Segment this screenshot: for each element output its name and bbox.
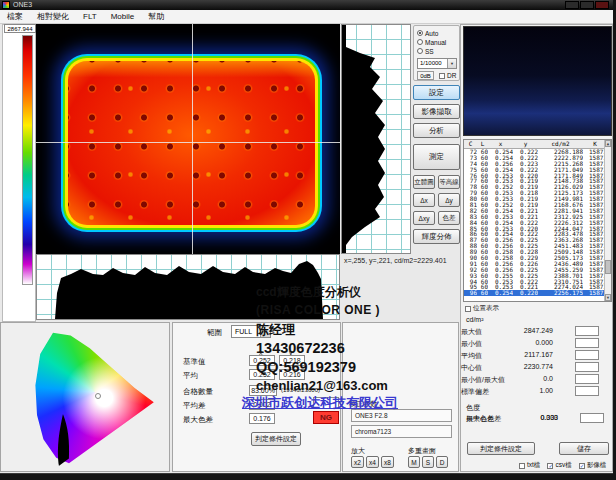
cursor-status-text: x=,255, y=,221, cd/m2=2229.401 bbox=[344, 257, 464, 264]
contact-line: ccd輝度色度分析仪 bbox=[256, 284, 466, 303]
avg-diff-label: 平均差 bbox=[183, 401, 206, 411]
zoom-label: 放大 bbox=[351, 446, 365, 456]
judge-result-box bbox=[575, 338, 599, 348]
scroll-up-icon[interactable]: ▲ bbox=[605, 140, 611, 147]
txt-checkbox[interactable]: txt檔 bbox=[519, 461, 540, 470]
cie-diagram-panel bbox=[0, 322, 170, 472]
menu-item[interactable]: 相對變化 bbox=[30, 10, 76, 23]
maximize-button[interactable] bbox=[580, 1, 594, 9]
menu-item[interactable]: 檔案 bbox=[0, 10, 30, 23]
stat-row: 最大色差0.333 bbox=[466, 414, 610, 427]
radio-ss-dot bbox=[417, 48, 423, 54]
measurement-table: C L x y cd/m2 K 72600.2540.2222268.18815… bbox=[463, 139, 612, 302]
max-diff-label: 最大色差 bbox=[183, 415, 213, 425]
multi-s-button[interactable]: S bbox=[422, 456, 434, 468]
txt-checkbox-box bbox=[519, 463, 525, 469]
radio-manual-dot bbox=[417, 39, 423, 45]
chevron-down-icon: ▼ bbox=[447, 59, 456, 68]
measurement-table-body: 72600.2540.2222268.1881587373600.2540.22… bbox=[464, 149, 611, 296]
scrollbar-thumb[interactable] bbox=[605, 260, 611, 274]
zoom-x2-button[interactable]: x2 bbox=[351, 456, 364, 468]
menu-bar: 檔案相對變化FLTMobile幫助 bbox=[0, 10, 613, 24]
radio-auto-dot bbox=[417, 30, 423, 36]
crosshair-horizontal[interactable] bbox=[36, 142, 340, 143]
chroma-parameter-field[interactable]: chroma7123 bbox=[351, 425, 452, 438]
ref-label: 基準值 bbox=[183, 357, 206, 367]
radio-auto[interactable]: Auto bbox=[417, 29, 438, 37]
delta-xy-button[interactable]: Δxy bbox=[413, 211, 435, 225]
save-format-checkboxes: txt檔 csv檔 影像檔 bbox=[519, 461, 606, 470]
contact-line: 陈经理 bbox=[256, 321, 466, 340]
image-capture-button[interactable]: 影像擷取 bbox=[413, 104, 460, 119]
settings-button[interactable]: 設定 bbox=[413, 85, 460, 100]
menu-item[interactable]: 幫助 bbox=[141, 10, 171, 23]
camera-preview-image bbox=[463, 26, 612, 136]
contour-button[interactable]: 等高線 bbox=[438, 175, 460, 189]
zoom-x8-button[interactable]: x8 bbox=[381, 456, 394, 468]
contact-line: 13430672236 bbox=[256, 340, 466, 359]
position-display-checkbox[interactable]: 位置表示 bbox=[465, 304, 499, 313]
contact-line: QQ:569192379 bbox=[256, 359, 466, 378]
view-3d-button[interactable]: 立體圖 bbox=[413, 175, 435, 189]
app-window: ONE3 檔案相對變化FLTMobile幫助 2867.944 x=,255, … bbox=[0, 0, 616, 480]
judge-result-box bbox=[575, 386, 599, 396]
window-bottom-edge bbox=[0, 473, 613, 480]
menu-item[interactable]: FLT bbox=[76, 10, 104, 23]
minimize-button[interactable] bbox=[565, 1, 579, 9]
app-icon bbox=[2, 1, 10, 9]
contact-line: 深圳市跃创达科技有限公司 bbox=[242, 394, 466, 412]
analyze-button[interactable]: 分析 bbox=[413, 123, 460, 138]
judge-result-box bbox=[575, 374, 599, 384]
luminance-dist-button[interactable]: 輝度分佈 bbox=[413, 229, 460, 244]
capture-mode-group: Auto Manual SS 1/10000 ▼ 0dB DR bbox=[413, 25, 460, 81]
max-diff-value: 0.176 bbox=[249, 413, 275, 424]
delta-x-button[interactable]: Δx bbox=[413, 193, 435, 207]
color-scale-bar bbox=[22, 35, 33, 285]
measure-button[interactable]: 測定 bbox=[413, 144, 460, 170]
contact-line: (RISA COLOR ONE ) bbox=[256, 303, 466, 321]
multi-screen-label: 多重畫面 bbox=[408, 446, 436, 456]
scale-max-value: 2867.944 bbox=[4, 24, 36, 33]
judge-condition-button[interactable]: 判定條件設定 bbox=[467, 442, 535, 455]
image-checkbox[interactable]: 影像檔 bbox=[579, 461, 607, 470]
close-button[interactable] bbox=[595, 1, 609, 9]
radio-manual[interactable]: Manual bbox=[417, 38, 446, 46]
image-checkbox-box bbox=[579, 463, 585, 469]
scroll-down-icon[interactable]: ▼ bbox=[605, 294, 611, 301]
cie-chromaticity-diagram[interactable] bbox=[5, 327, 165, 469]
vertical-profile-panel bbox=[341, 24, 411, 254]
save-button[interactable]: 儲存 bbox=[559, 442, 609, 455]
color-diff-button[interactable]: 色差 bbox=[438, 211, 460, 225]
judge-result-box bbox=[575, 326, 599, 336]
table-scrollbar[interactable]: ▲ ▼ bbox=[604, 140, 611, 301]
contact-line: chenlian21@163.com bbox=[256, 378, 466, 394]
zoom-x4-button[interactable]: x4 bbox=[366, 456, 379, 468]
menu-item[interactable]: Mobile bbox=[104, 10, 142, 23]
judge-condition-button[interactable]: 判定條件設定 bbox=[251, 432, 301, 446]
table-row[interactable]: 96600.2540.2202256.17515873 bbox=[464, 290, 611, 296]
table-header: C L x y cd/m2 K bbox=[464, 140, 611, 149]
delta-y-button[interactable]: Δy bbox=[438, 193, 460, 207]
contact-watermark: ccd輝度色度分析仪(RISA COLOR ONE )陈经理1343067223… bbox=[256, 284, 466, 412]
measured-white-point bbox=[95, 393, 101, 399]
multi-d-button[interactable]: D bbox=[436, 456, 448, 468]
crosshair-vertical[interactable] bbox=[192, 24, 193, 254]
luminance-image[interactable] bbox=[36, 24, 340, 254]
gain-value: 0dB bbox=[417, 71, 434, 80]
radio-ss[interactable]: SS bbox=[417, 47, 434, 55]
pass-count-label: 合格數量 bbox=[183, 387, 213, 397]
dr-checkbox[interactable]: DR bbox=[439, 72, 456, 79]
dr-checkbox-box bbox=[439, 73, 445, 79]
stat-row: 標準偏差1.00 bbox=[461, 387, 605, 399]
csv-checkbox[interactable]: csv檔 bbox=[547, 461, 571, 470]
shutter-select[interactable]: 1/10000 ▼ bbox=[417, 58, 457, 69]
range-label: 範圍 bbox=[207, 328, 222, 338]
luminance-stats: 最大值2847.249最小值0.000平均值2117.167中心值2230.77… bbox=[461, 327, 610, 399]
judge-result-box bbox=[575, 362, 599, 372]
multi-m-button[interactable]: M bbox=[408, 456, 420, 468]
chroma-section-title: 色度 bbox=[466, 403, 480, 413]
judge-result-box bbox=[580, 413, 604, 423]
ng-status-badge: NG bbox=[313, 411, 339, 424]
luminance-section-title: cd/m² bbox=[466, 316, 484, 323]
avg-label: 平均 bbox=[183, 371, 198, 381]
